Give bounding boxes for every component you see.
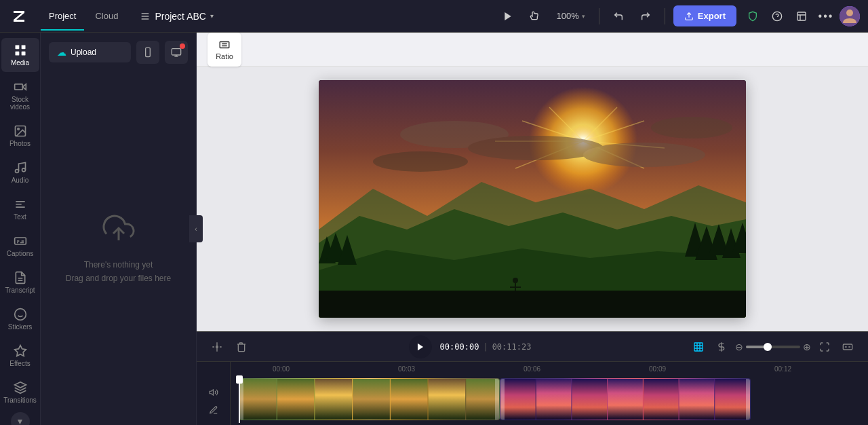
sidebar-item-effects[interactable]: Effects [1,339,39,373]
zoom-chevron-icon: ▾ [582,13,585,20]
sidebar-item-transcript[interactable]: Transcript [1,265,39,299]
empty-title: There's nothing yet [66,259,171,272]
svg-rect-26 [146,48,151,56]
timeline-play-button[interactable] [409,335,432,358]
screen-capture-button[interactable] [165,41,188,64]
svg-marker-67 [418,343,423,350]
sidebar-item-stickers[interactable]: Stickers [1,302,39,336]
clip2-resize-left[interactable] [500,379,505,420]
play-button[interactable] [497,5,519,27]
sidebar-label-text: Text [14,213,26,221]
svg-rect-68 [694,343,703,351]
playhead-handle [236,375,243,384]
more-button[interactable]: ••• [815,5,837,27]
split-tool-button[interactable] [208,337,226,356]
video-preview[interactable] [319,80,746,318]
canvas-area: Ratio [197,33,868,331]
delete-clip-button[interactable] [232,337,251,356]
ruler-mark-4: 00:12 [774,365,868,373]
split-icon [212,341,222,352]
help-button[interactable] [766,5,788,27]
project-selector[interactable]: Project ABC ▾ [140,11,213,22]
svg-point-50 [583,143,705,167]
align-button[interactable] [712,337,731,356]
grid-overlay-icon [693,341,704,352]
shield-icon [747,11,758,22]
timeline-controls: 00:00:00 | 00:11:23 ⊖ [197,332,868,362]
mobile-media-button[interactable] [136,41,159,64]
undo-button[interactable] [608,5,629,27]
tab-project[interactable]: Project [41,7,84,25]
play-icon [416,342,425,352]
pen-tool-button[interactable] [206,403,221,418]
svg-rect-28 [172,49,180,55]
media-panel: ☁ Upload There's nothing yet [41,33,197,425]
svg-rect-32 [220,41,229,48]
svg-marker-0 [505,12,511,20]
ratio-button[interactable]: Ratio [208,33,241,67]
shield-button[interactable] [742,5,764,27]
timeline-ruler: 00:00 00:03 00:06 00:09 00:12 [264,362,868,375]
zoom-control[interactable]: 100% ▾ [551,8,591,24]
grid-overlay-button[interactable] [689,337,708,356]
svg-rect-62 [319,291,746,318]
video-track-row [231,375,868,423]
hand-tool-button[interactable] [524,5,546,27]
ruler-mark-2: 00:06 [524,365,649,373]
sidebar-item-audio[interactable]: Audio [1,155,39,189]
volume-button[interactable] [206,385,221,400]
svg-point-48 [373,151,468,172]
media-empty-state: There's nothing yet Drag and drop your f… [41,72,196,425]
layout-button[interactable] [791,5,812,27]
sidebar-item-stock-videos[interactable]: Stock videos [1,75,39,116]
video-clip-purple[interactable] [500,378,751,420]
redo-icon [640,11,651,22]
svg-marker-21 [14,346,26,356]
canvas-toolbar: Ratio [197,33,868,67]
svg-rect-70 [843,344,852,350]
play-icon [502,11,513,22]
topbar: Project Cloud Project ABC ▾ 100% ▾ [0,0,868,33]
upload-button[interactable]: ☁ Upload [49,42,131,62]
clip-thumbnails-sunset [239,379,499,420]
export-button[interactable]: Export [673,5,736,26]
playhead[interactable] [239,375,240,423]
sidebar-item-photos[interactable]: Photos [1,119,39,153]
media-empty-text: There's nothing yet Drag and drop your f… [66,259,171,284]
caption-button[interactable] [838,337,857,356]
svg-rect-76 [391,379,428,420]
notification-badge [180,43,185,49]
timeline-area: 00:00:00 | 00:11:23 ⊖ [197,331,868,425]
svg-point-18 [14,309,26,320]
svg-rect-83 [644,379,679,420]
sidebar-item-media[interactable]: Media [1,38,39,72]
fit-view-button[interactable] [815,337,834,356]
video-clip-sunset[interactable] [239,378,500,420]
panel-collapse-handle[interactable]: ‹ [189,215,203,242]
zoom-slider-track[interactable] [746,346,800,348]
trash-icon [236,341,247,352]
time-separator: | [483,342,488,352]
svg-point-13 [15,170,18,173]
clip2-resize-right[interactable] [746,379,750,420]
redo-button[interactable] [635,5,656,27]
avatar[interactable] [840,6,860,26]
svg-rect-82 [608,379,643,420]
clip-resize-right[interactable] [495,379,499,420]
sidebar-expand-button[interactable]: ▼ [11,412,30,425]
sidebar-item-transitions[interactable]: Transitions [1,375,39,409]
zoom-out-button[interactable]: ⊖ [735,341,743,352]
canvas-viewport [197,67,868,331]
tab-cloud[interactable]: Cloud [87,7,126,25]
zoom-slider: ⊖ ⊕ [735,341,811,352]
sidebar-item-text[interactable]: Text [1,192,39,226]
sidebar-label-media: Media [11,59,29,67]
ratio-label: Ratio [216,52,233,60]
logo[interactable] [8,5,30,27]
svg-rect-75 [353,379,390,420]
zoom-in-button[interactable]: ⊕ [803,341,811,352]
sidebar-item-captions[interactable]: Captions [1,229,39,263]
svg-point-4 [846,10,853,16]
topbar-controls: 100% ▾ Export ••• [497,5,860,27]
slider-thumb[interactable] [764,343,772,351]
